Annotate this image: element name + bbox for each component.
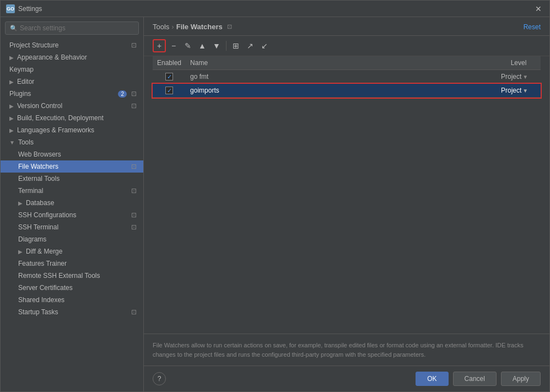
sidebar-item-label: Server Certificates bbox=[18, 284, 73, 292]
sidebar-item-plugins[interactable]: Plugins 2 ⊡ bbox=[1, 88, 143, 100]
sidebar-item-keymap[interactable]: Keymap bbox=[1, 63, 143, 76]
row2-level-dropdown[interactable]: Project ▼ bbox=[501, 87, 536, 94]
move-up-button[interactable]: ▲ bbox=[196, 39, 209, 52]
sidebar-item-appearance-behavior[interactable]: ▶ Appearance & Behavior bbox=[1, 51, 143, 63]
sidebar-item-label: Build, Execution, Deployment bbox=[17, 114, 104, 122]
expand-icon: ⊡ bbox=[131, 41, 137, 49]
sidebar-item-features-trainer[interactable]: Features Trainer bbox=[1, 257, 143, 270]
chevron-right-icon: ▶ bbox=[9, 79, 14, 85]
sidebar-item-languages-frameworks[interactable]: ▶ Languages & Frameworks bbox=[1, 124, 143, 136]
sidebar-item-file-watchers[interactable]: File Watchers ⊡ bbox=[1, 160, 143, 173]
sidebar-item-tools[interactable]: ▼ Tools bbox=[1, 136, 143, 148]
settings-window: GO Settings ✕ 🔍 Project Structure ⊡ ▶ Ap… bbox=[0, 0, 550, 392]
sidebar: 🔍 Project Structure ⊡ ▶ Appearance & Beh… bbox=[1, 17, 144, 391]
breadcrumb-parent: Tools bbox=[153, 23, 169, 31]
remove-button[interactable]: − bbox=[167, 39, 180, 52]
content-area: 🔍 Project Structure ⊡ ▶ Appearance & Beh… bbox=[1, 17, 549, 391]
sidebar-item-diagrams[interactable]: Diagrams bbox=[1, 233, 143, 245]
bottom-bar: ? OK Cancel Apply bbox=[144, 366, 549, 391]
export-button[interactable]: ↗ bbox=[244, 39, 257, 52]
sidebar-item-database[interactable]: ▶ Database bbox=[1, 197, 143, 209]
row2-level-arrow: ▼ bbox=[522, 88, 528, 94]
plugins-badge: 2 bbox=[118, 90, 127, 98]
sidebar-item-terminal[interactable]: Terminal ⊡ bbox=[1, 185, 143, 197]
sidebar-item-label: Features Trainer bbox=[18, 260, 67, 267]
main-panel: Tools › File Watchers ⊡ Reset + − ✎ ▲ ▼ … bbox=[144, 17, 549, 391]
sidebar-item-shared-indexes[interactable]: Shared Indexes bbox=[1, 294, 143, 306]
sidebar-item-remote-ssh[interactable]: Remote SSH External Tools bbox=[1, 270, 143, 282]
apply-button[interactable]: Apply bbox=[501, 372, 541, 386]
col-header-name: Name bbox=[186, 56, 497, 70]
sidebar-item-project-structure[interactable]: Project Structure ⊡ bbox=[1, 39, 143, 51]
chevron-right-icon: ▶ bbox=[9, 103, 14, 109]
watchers-table-container: Enabled Name Level go fmt bbox=[144, 56, 549, 334]
sidebar-item-server-certificates[interactable]: Server Certificates bbox=[1, 282, 143, 294]
main-header: Tools › File Watchers ⊡ Reset bbox=[144, 17, 549, 36]
chevron-right-icon: ▶ bbox=[9, 127, 14, 133]
reset-button[interactable]: Reset bbox=[524, 23, 541, 31]
sidebar-item-label: SSH Configurations bbox=[18, 211, 76, 219]
sidebar-item-build-execution[interactable]: ▶ Build, Execution, Deployment bbox=[1, 112, 143, 124]
chevron-right-icon: ▶ bbox=[9, 115, 14, 121]
sidebar-item-startup-tasks[interactable]: Startup Tasks ⊡ bbox=[1, 306, 143, 318]
sidebar-item-ssh-configurations[interactable]: SSH Configurations ⊡ bbox=[1, 209, 143, 221]
row1-checkbox[interactable] bbox=[165, 73, 173, 80]
sidebar-item-label: Version Control bbox=[17, 102, 62, 110]
copy-button[interactable]: ⊞ bbox=[229, 39, 242, 52]
row2-level-text: Project bbox=[501, 87, 521, 94]
sidebar-item-editor[interactable]: ▶ Editor bbox=[1, 76, 143, 88]
breadcrumb-icon: ⊡ bbox=[227, 23, 232, 30]
table-row-selected[interactable]: goimports Project ▼ bbox=[153, 84, 541, 98]
cancel-button[interactable]: Cancel bbox=[453, 372, 497, 386]
sidebar-item-label: Languages & Frameworks bbox=[17, 126, 94, 134]
row1-name-cell: go fmt bbox=[186, 70, 497, 84]
sidebar-item-label: Editor bbox=[17, 78, 34, 85]
expand-icon: ⊡ bbox=[131, 163, 137, 170]
edit-button[interactable]: ✎ bbox=[181, 39, 195, 52]
sidebar-item-label: Diagrams bbox=[18, 235, 46, 243]
row2-level-cell: Project ▼ bbox=[497, 84, 541, 98]
sidebar-item-label: File Watchers bbox=[18, 163, 58, 170]
chevron-right-icon: ▶ bbox=[18, 249, 23, 255]
sidebar-item-version-control[interactable]: ▶ Version Control ⊡ bbox=[1, 100, 143, 112]
col-header-enabled: Enabled bbox=[153, 56, 186, 70]
sidebar-item-label: Plugins bbox=[9, 90, 31, 98]
toolbar: + − ✎ ▲ ▼ ⊞ ↗ ↙ bbox=[144, 36, 549, 56]
table-row[interactable]: go fmt Project ▼ bbox=[153, 70, 541, 84]
sidebar-item-diff-merge[interactable]: ▶ Diff & Merge bbox=[1, 245, 143, 257]
import-button[interactable]: ↙ bbox=[258, 39, 271, 52]
close-button[interactable]: ✕ bbox=[533, 4, 544, 13]
row1-name: go fmt bbox=[190, 73, 208, 80]
row1-enabled-cell[interactable] bbox=[153, 70, 186, 84]
sidebar-item-web-browsers[interactable]: Web Browsers bbox=[1, 148, 143, 160]
move-down-button[interactable]: ▼ bbox=[210, 39, 223, 52]
sidebar-item-label: Database bbox=[26, 199, 54, 207]
col-header-level: Level bbox=[497, 56, 541, 70]
sidebar-item-label: Tools bbox=[18, 138, 34, 146]
row2-checkbox[interactable] bbox=[165, 87, 173, 94]
sidebar-item-external-tools[interactable]: External Tools bbox=[1, 173, 143, 185]
footer-text: File Watchers allow to run certain actio… bbox=[153, 342, 524, 358]
search-input[interactable] bbox=[20, 24, 134, 32]
toolbar-separator bbox=[226, 41, 227, 51]
sidebar-item-ssh-terminal[interactable]: SSH Terminal ⊡ bbox=[1, 221, 143, 233]
chevron-down-icon: ▼ bbox=[9, 139, 15, 146]
breadcrumb: Tools › File Watchers ⊡ bbox=[153, 23, 232, 31]
chevron-right-icon: ▶ bbox=[18, 200, 23, 206]
ok-button[interactable]: OK bbox=[416, 372, 448, 386]
chevron-right-icon: ▶ bbox=[9, 55, 14, 61]
watchers-table: Enabled Name Level go fmt bbox=[153, 56, 541, 98]
sidebar-item-label: Web Browsers bbox=[18, 151, 61, 158]
sidebar-item-label: Project Structure bbox=[9, 41, 58, 49]
sidebar-item-label: Terminal bbox=[18, 187, 43, 195]
row2-enabled-cell[interactable] bbox=[153, 84, 186, 98]
expand-icon: ⊡ bbox=[131, 211, 137, 219]
sidebar-item-label: Startup Tasks bbox=[18, 308, 58, 316]
help-button[interactable]: ? bbox=[153, 372, 166, 385]
search-icon: 🔍 bbox=[10, 25, 18, 32]
table-header: Enabled Name Level bbox=[153, 56, 541, 70]
row1-level-dropdown[interactable]: Project ▼ bbox=[501, 73, 536, 80]
add-button[interactable]: + bbox=[153, 39, 166, 52]
search-box[interactable]: 🔍 bbox=[5, 22, 139, 35]
row2-name-cell: goimports bbox=[186, 84, 497, 98]
